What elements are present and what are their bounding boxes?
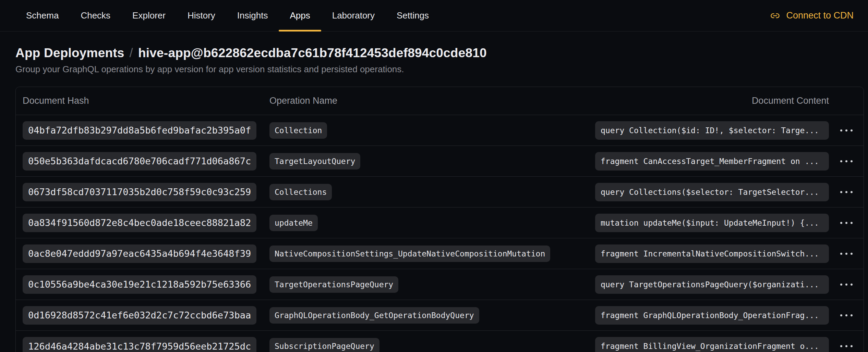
- ellipsis-icon: [840, 160, 842, 162]
- nav-tab-label: History: [188, 10, 215, 21]
- ellipsis-icon: [840, 253, 842, 255]
- nav-tab-label: Apps: [290, 10, 310, 21]
- table-row: 0ac8e047eddd97a97eac6435a4b694f4e3648f39…: [16, 238, 864, 269]
- document-hash-pill[interactable]: 126d46a4284abe31c13c78f7959d56eeb21725dc: [23, 337, 256, 352]
- nav-tab-label: Explorer: [132, 10, 166, 21]
- row-menu-button[interactable]: [829, 191, 864, 193]
- document-content-pill[interactable]: query Collections($selector: TargetSelec…: [595, 183, 829, 201]
- nav-tab[interactable]: Explorer: [121, 0, 177, 31]
- document-hash-cell: 050e5b363dafdcacd6780e706cadf771d06a867c: [23, 152, 269, 171]
- nav-tab[interactable]: Insights: [226, 0, 279, 31]
- top-nav: Schema Checks Explorer History Insights …: [0, 0, 868, 32]
- table-row: 050e5b363dafdcacd6780e706cadf771d06a867c…: [16, 146, 864, 177]
- nav-tab-label: Schema: [26, 10, 59, 21]
- nav-tabs: Schema Checks Explorer History Insights …: [15, 0, 440, 31]
- document-content-pill[interactable]: fragment GraphQLOperationBody_OperationF…: [595, 306, 829, 325]
- row-menu-button[interactable]: [829, 222, 864, 224]
- document-hash-pill[interactable]: 0a834f91560d872e8c4bec0ade18ceec88821a82: [23, 214, 256, 232]
- row-menu-cell: [829, 129, 864, 131]
- nav-tab-label: Laboratory: [332, 10, 375, 21]
- row-menu-cell: [829, 191, 864, 193]
- document-content-cell: fragment IncrementalNativeCompositionSwi…: [595, 244, 829, 263]
- document-content-cell: fragment BillingView_OrganizationFragmen…: [595, 337, 829, 352]
- ellipsis-icon: [840, 345, 842, 347]
- page-subtitle: Group your GraphQL operations by app ver…: [15, 64, 853, 75]
- table-row: 0c10556a9be4ca30e19e21c1218a592b75e63366…: [16, 269, 864, 300]
- operation-name-cell: GraphQLOperationBody_GetOperationBodyQue…: [269, 307, 595, 324]
- document-content-pill[interactable]: fragment BillingView_OrganizationFragmen…: [595, 337, 829, 352]
- nav-tab[interactable]: Apps: [279, 0, 321, 31]
- document-content-cell: query TargetOperationsPageQuery($organiz…: [595, 275, 829, 294]
- document-content-pill[interactable]: query TargetOperationsPageQuery($organiz…: [595, 275, 829, 294]
- document-hash-pill[interactable]: 04bfa72dfb83b297dd8a5b6fed9bafac2b395a0f: [23, 121, 256, 140]
- document-content-cell: mutation updateMe($input: UpdateMeInput!…: [595, 214, 829, 232]
- document-content-pill[interactable]: mutation updateMe($input: UpdateMeInput!…: [595, 214, 829, 232]
- ellipsis-icon: [840, 314, 842, 316]
- row-menu-cell: [829, 160, 864, 162]
- column-header-document-content: Document Content: [595, 96, 829, 106]
- operation-name-cell: Collections: [269, 184, 595, 200]
- document-content-pill[interactable]: query Collection($id: ID!, $selector: Ta…: [595, 121, 829, 140]
- operation-name-pill[interactable]: updateMe: [269, 215, 318, 231]
- page-header: App Deployments / hive-app@b622862ecdba7…: [0, 32, 868, 75]
- operation-name-pill[interactable]: GraphQLOperationBody_GetOperationBodyQue…: [269, 307, 479, 324]
- document-content-cell: fragment CanAccessTarget_MemberFragment …: [595, 152, 829, 171]
- table-header-row: Document Hash Operation Name Document Co…: [16, 87, 864, 115]
- operation-name-pill[interactable]: Collection: [269, 122, 327, 139]
- column-header-operation-name: Operation Name: [269, 96, 595, 106]
- document-content-pill[interactable]: fragment IncrementalNativeCompositionSwi…: [595, 244, 829, 263]
- document-hash-cell: 04bfa72dfb83b297dd8a5b6fed9bafac2b395a0f: [23, 121, 269, 140]
- app-deployments-table: Document Hash Operation Name Document Co…: [15, 87, 864, 352]
- document-hash-pill[interactable]: 0c10556a9be4ca30e19e21c1218a592b75e63366: [23, 275, 256, 294]
- document-hash-cell: 0ac8e047eddd97a97eac6435a4b694f4e3648f39: [23, 244, 269, 263]
- operation-name-cell: NativeCompositionSettings_UpdateNativeCo…: [269, 246, 595, 262]
- document-hash-pill[interactable]: 050e5b363dafdcacd6780e706cadf771d06a867c: [23, 152, 256, 171]
- nav-tab-label: Insights: [237, 10, 268, 21]
- nav-tab[interactable]: Settings: [386, 0, 440, 31]
- row-menu-cell: [829, 314, 864, 316]
- document-hash-cell: 0d16928d8572c41ef6e032d2c7c72ccbd6e73baa: [23, 306, 269, 325]
- operation-name-pill[interactable]: TargetOperationsPageQuery: [269, 276, 398, 293]
- document-hash-pill[interactable]: 0d16928d8572c41ef6e032d2c7c72ccbd6e73baa: [23, 306, 256, 325]
- document-hash-pill[interactable]: 0ac8e047eddd97a97eac6435a4b694f4e3648f39: [23, 244, 256, 263]
- ellipsis-icon: [840, 284, 842, 286]
- table-row: 04bfa72dfb83b297dd8a5b6fed9bafac2b395a0f…: [16, 115, 864, 146]
- nav-tab[interactable]: Laboratory: [321, 0, 386, 31]
- row-menu-button[interactable]: [829, 284, 864, 286]
- row-menu-button[interactable]: [829, 314, 864, 316]
- operation-name-pill[interactable]: TargetLayoutQuery: [269, 153, 360, 169]
- operation-name-cell: TargetOperationsPageQuery: [269, 276, 595, 293]
- row-menu-button[interactable]: [829, 345, 864, 347]
- row-menu-button[interactable]: [829, 129, 864, 131]
- operation-name-pill[interactable]: Collections: [269, 184, 332, 200]
- table-row: 0673df58cd7037117035b2d0c758f59c0c93c259…: [16, 177, 864, 208]
- table-row: 126d46a4284abe31c13c78f7959d56eeb21725dc…: [16, 331, 864, 352]
- operation-name-cell: SubscriptionPageQuery: [269, 338, 595, 352]
- nav-tab-label: Settings: [397, 10, 429, 21]
- nav-tab[interactable]: History: [177, 0, 226, 31]
- column-header-document-hash: Document Hash: [23, 96, 269, 106]
- nav-tab[interactable]: Checks: [70, 0, 121, 31]
- link-icon: [770, 11, 780, 21]
- breadcrumb-root[interactable]: App Deployments: [15, 46, 124, 60]
- ellipsis-icon: [840, 191, 842, 193]
- document-hash-cell: 0c10556a9be4ca30e19e21c1218a592b75e63366: [23, 275, 269, 294]
- row-menu-cell: [829, 284, 864, 286]
- breadcrumb-current-app: hive-app@b622862ecdba7c61b78f412453def89…: [138, 46, 487, 60]
- operation-name-pill[interactable]: NativeCompositionSettings_UpdateNativeCo…: [269, 246, 550, 262]
- table-row: 0d16928d8572c41ef6e032d2c7c72ccbd6e73baa…: [16, 300, 864, 331]
- operation-name-pill[interactable]: SubscriptionPageQuery: [269, 338, 379, 352]
- document-content-cell: query Collection($id: ID!, $selector: Ta…: [595, 121, 829, 140]
- document-hash-pill[interactable]: 0673df58cd7037117035b2d0c758f59c0c93c259: [23, 183, 256, 201]
- nav-tab[interactable]: Schema: [15, 0, 70, 31]
- operation-name-cell: updateMe: [269, 215, 595, 231]
- document-content-pill[interactable]: fragment CanAccessTarget_MemberFragment …: [595, 152, 829, 171]
- operation-name-cell: Collection: [269, 122, 595, 139]
- table-body: 04bfa72dfb83b297dd8a5b6fed9bafac2b395a0f…: [16, 115, 864, 352]
- nav-tab-label: Checks: [81, 10, 110, 21]
- document-content-cell: query Collections($selector: TargetSelec…: [595, 183, 829, 201]
- row-menu-button[interactable]: [829, 160, 864, 162]
- row-menu-button[interactable]: [829, 253, 864, 255]
- connect-to-cdn-link[interactable]: Connect to CDN: [770, 0, 854, 31]
- ellipsis-icon: [840, 129, 842, 131]
